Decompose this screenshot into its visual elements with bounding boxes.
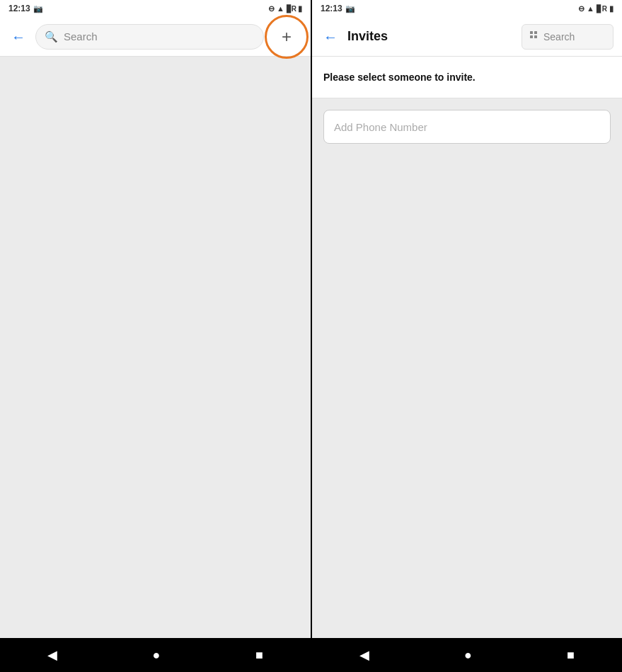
left-status-icons: ⊖ ▲ ▊R ▮ (268, 4, 302, 13)
svg-rect-3 (534, 35, 537, 38)
phone-input-container: Add Phone Number (312, 98, 622, 155)
do-not-disturb-icon: ⊖ (268, 4, 275, 13)
right-status-bar: 12:13 📷 ⊖ ▲ ▊R ▮ (312, 0, 622, 17)
invites-header: ← Invites Search (312, 17, 622, 57)
right-nav-home-button[interactable]: ● (453, 642, 483, 668)
invite-prompt-text: Please select someone to invite. (323, 72, 476, 83)
right-content-area (312, 155, 622, 638)
left-status-time-area: 12:13 📷 (8, 4, 43, 13)
left-nav-home-button[interactable]: ● (142, 642, 172, 668)
left-panel: 12:13 📷 ⊖ ▲ ▊R ▮ ← 🔍 Search + ◀ ● ■ (0, 0, 311, 672)
svg-rect-1 (534, 31, 537, 34)
left-search-bar[interactable]: 🔍 Search (35, 24, 264, 50)
left-status-bar: 12:13 📷 ⊖ ▲ ▊R ▮ (0, 0, 311, 17)
left-bottom-nav: ◀ ● ■ (0, 638, 311, 672)
invites-search-icon (529, 30, 539, 42)
svg-rect-0 (530, 31, 533, 34)
invites-search-text: Search (543, 31, 575, 42)
left-nav-recent-button[interactable]: ■ (244, 642, 275, 668)
right-wifi-icon: ▲ (587, 4, 594, 13)
right-status-icons: ⊖ ▲ ▊R ▮ (578, 4, 614, 13)
right-back-button[interactable]: ← (321, 27, 340, 47)
svg-rect-2 (530, 35, 533, 38)
right-bottom-nav: ◀ ● ■ (312, 638, 622, 672)
invite-prompt-section: Please select someone to invite. (312, 57, 622, 98)
add-button[interactable]: + (271, 21, 302, 52)
right-signal-icon: ▊R (597, 5, 607, 13)
left-content-area (0, 57, 311, 638)
right-camera-icon: 📷 (345, 4, 355, 13)
battery-icon: ▮ (298, 4, 302, 13)
camera-icon: 📷 (33, 4, 43, 13)
left-nav-back-button[interactable]: ◀ (36, 642, 69, 668)
left-search-icon: 🔍 (45, 30, 58, 43)
right-do-not-disturb-icon: ⊖ (578, 4, 584, 13)
right-battery-icon: ▮ (609, 4, 614, 13)
invites-search-bar[interactable]: Search (522, 24, 614, 50)
left-top-bar: ← 🔍 Search + (0, 17, 311, 57)
left-back-button[interactable]: ← (8, 27, 28, 47)
phone-input-box[interactable]: Add Phone Number (323, 110, 611, 144)
right-nav-recent-button[interactable]: ■ (555, 642, 586, 668)
right-panel: 12:13 📷 ⊖ ▲ ▊R ▮ ← Invites Search (312, 0, 622, 672)
wifi-icon: ▲ (277, 4, 284, 13)
invites-title: Invites (347, 29, 388, 44)
signal-strength-icon: ▊R (287, 5, 296, 13)
right-status-time: 12:13 (321, 4, 342, 13)
right-nav-back-button[interactable]: ◀ (348, 642, 381, 668)
phone-input-placeholder: Add Phone Number (334, 121, 427, 133)
left-status-time: 12:13 (8, 4, 30, 13)
left-search-text: Search (64, 30, 98, 42)
right-status-time-area: 12:13 📷 (321, 4, 355, 13)
add-button-container: + (271, 21, 302, 52)
